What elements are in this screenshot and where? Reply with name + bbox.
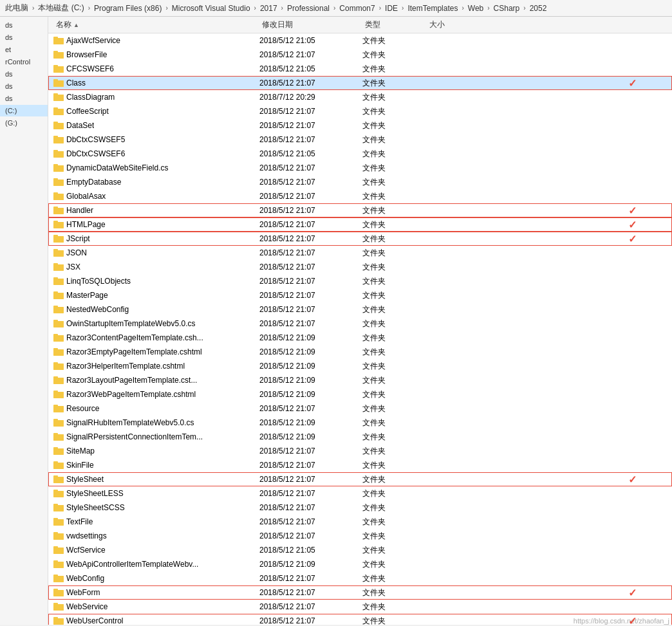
table-row[interactable]: WebUserControl2018/5/12 21:07文件夹✓ — [48, 614, 672, 625]
sidebar-item-4[interactable]: ds — [0, 68, 48, 80]
svg-rect-107 — [53, 533, 64, 540]
table-row[interactable]: Class2018/5/12 21:07文件夹✓ — [48, 76, 672, 90]
file-date-cell-29: 2018/5/12 21:07 — [259, 446, 362, 456]
address-segment-4[interactable]: 2017 — [260, 4, 277, 13]
table-row[interactable]: JSON2018/5/12 21:07文件夹 — [48, 246, 672, 260]
table-row[interactable]: SiteMap2018/5/12 21:07文件夹 — [48, 444, 672, 458]
table-row[interactable]: TextFile2018/5/12 21:07文件夹 — [48, 515, 672, 529]
address-segment-10[interactable]: CSharp — [494, 4, 520, 13]
folder-icon — [53, 531, 64, 540]
file-name-text: GlobalAsax — [66, 192, 106, 201]
file-name-cell-33: StyleSheetSCSS — [53, 503, 259, 512]
table-row[interactable]: CFCSWSEF62018/5/12 21:05文件夹 — [48, 62, 672, 76]
file-type-cell-13: 文件夹 — [362, 219, 427, 230]
sidebar-item-0[interactable]: ds — [0, 19, 48, 31]
sidebar-item-8[interactable]: (G:) — [0, 117, 48, 129]
sidebar-item-3[interactable]: rControl — [0, 56, 48, 68]
file-date-cell-27: 2018/5/12 21:09 — [259, 418, 362, 427]
sidebar-item-1[interactable]: ds — [0, 32, 48, 43]
table-row[interactable]: DataSet2018/5/12 21:07文件夹 — [48, 118, 672, 133]
table-row[interactable]: BrowserFile2018/5/12 21:07文件夹 — [48, 48, 672, 62]
address-segment-9[interactable]: Web — [468, 4, 483, 13]
sidebar-item-7[interactable]: (C:) — [0, 105, 48, 116]
file-type-cell-7: 文件夹 — [362, 134, 427, 145]
file-type-cell-8: 文件夹 — [362, 149, 427, 160]
file-type-cell-15: 文件夹 — [362, 248, 427, 259]
table-row[interactable]: vwdsettings2018/5/12 21:07文件夹 — [48, 529, 672, 543]
table-row[interactable]: AjaxWcfService2018/5/12 21:05文件夹 — [48, 33, 672, 48]
svg-rect-86 — [53, 434, 64, 441]
address-arrow-7: › — [402, 5, 404, 12]
table-row[interactable]: HTMLPage2018/5/12 21:07文件夹✓ — [48, 217, 672, 232]
sidebar-item-2[interactable]: et — [0, 44, 48, 55]
table-row[interactable]: NestedWebConfig2018/5/12 21:07文件夹 — [48, 302, 672, 317]
file-name-cell-36: WcfService — [53, 546, 259, 555]
table-row[interactable]: WebService2018/5/12 21:07文件夹 — [48, 600, 672, 614]
table-row[interactable]: StyleSheetSCSS2018/5/12 21:07文件夹 — [48, 501, 672, 515]
table-row[interactable]: SkinFile2018/5/12 21:07文件夹 — [48, 458, 672, 472]
file-name-text: JSX — [66, 262, 80, 272]
address-segment-8[interactable]: ItemTemplates — [407, 4, 458, 13]
table-row[interactable]: WcfService2018/5/12 21:05文件夹 — [48, 543, 672, 557]
table-row[interactable]: JScript2018/5/12 21:07文件夹✓ — [48, 232, 672, 246]
table-row[interactable]: GlobalAsax2018/5/12 21:07文件夹 — [48, 189, 672, 203]
table-row[interactable]: StyleSheet2018/5/12 21:07文件夹✓ — [48, 472, 672, 486]
table-row[interactable]: Razor3LayoutPageItemTemplate.cst...2018/… — [48, 373, 672, 387]
table-row[interactable]: DynamicDataWebSiteField.cs2018/5/12 21:0… — [48, 161, 672, 175]
table-row[interactable]: MasterPage2018/5/12 21:07文件夹 — [48, 288, 672, 302]
folder-icon — [53, 432, 64, 441]
file-name-text: SignalRHubItemTemplateWebv5.0.cs — [66, 418, 194, 427]
table-row[interactable]: EmptyDatabase2018/5/12 21:07文件夹 — [48, 175, 672, 189]
file-name-text: StyleSheetLESS — [66, 489, 124, 498]
address-segment-1[interactable]: 本地磁盘 (C:) — [38, 3, 84, 14]
address-arrow-0: › — [32, 5, 34, 12]
table-row[interactable]: DbCtxCSWSEF62018/5/12 21:05文件夹 — [48, 147, 672, 161]
address-segment-6[interactable]: Common7 — [339, 4, 375, 13]
table-row[interactable]: OwinStartupItemTemplateWebv5.0.cs2018/5/… — [48, 317, 672, 331]
table-row[interactable]: WebConfig2018/5/12 21:07文件夹 — [48, 571, 672, 585]
table-row[interactable]: LinqToSQLObjects2018/5/12 21:07文件夹 — [48, 274, 672, 288]
address-segment-2[interactable]: Program Files (x86) — [94, 4, 162, 13]
folder-icon — [53, 475, 64, 484]
table-row[interactable]: Razor3WebPageItemTemplate.cshtml2018/5/1… — [48, 387, 672, 401]
table-row[interactable]: DbCtxCSWSEF52018/5/12 21:07文件夹 — [48, 133, 672, 147]
sidebar-item-6[interactable]: ds — [0, 93, 48, 104]
address-bar[interactable]: 此电脑›本地磁盘 (C:)›Program Files (x86)›Micros… — [0, 0, 672, 17]
file-date-cell-26: 2018/5/12 21:07 — [259, 404, 362, 413]
address-segment-5[interactable]: Professional — [287, 4, 330, 13]
file-list[interactable]: AjaxWcfService2018/5/12 21:05文件夹 Browser… — [48, 33, 672, 625]
table-row[interactable]: WebForm2018/5/12 21:07文件夹✓ — [48, 585, 672, 600]
address-segment-11[interactable]: 2052 — [530, 4, 547, 13]
file-type-cell-9: 文件夹 — [362, 163, 427, 174]
table-row[interactable]: Razor3EmptyPageItemTemplate.cshtml2018/5… — [48, 345, 672, 359]
file-date-cell-22: 2018/5/12 21:09 — [259, 347, 362, 356]
col-date[interactable]: 修改日期 — [259, 17, 362, 33]
folder-icon — [53, 461, 64, 470]
table-row[interactable]: ClassDiagram2018/7/12 20:29文件夹 — [48, 90, 672, 104]
file-name-text: DbCtxCSWSEF6 — [66, 149, 125, 158]
file-type-cell-16: 文件夹 — [362, 262, 427, 273]
table-row[interactable]: SignalRHubItemTemplateWebv5.0.cs2018/5/1… — [48, 416, 672, 430]
table-row[interactable]: Razor3ContentPageItemTemplate.csh...2018… — [48, 331, 672, 345]
table-row[interactable]: SignalRPersistentConnectionItemTem...201… — [48, 430, 672, 444]
table-row[interactable]: StyleSheetLESS2018/5/12 21:07文件夹 — [48, 486, 672, 501]
col-name[interactable]: 名称 ▲ — [53, 17, 259, 33]
svg-rect-110 — [53, 548, 64, 554]
table-row[interactable]: Handler2018/5/12 21:07文件夹✓ — [48, 203, 672, 217]
table-row[interactable]: CoffeeScript2018/5/12 21:07文件夹 — [48, 104, 672, 118]
table-row[interactable]: JSX2018/5/12 21:07文件夹 — [48, 260, 672, 274]
col-size[interactable]: 大小 — [427, 17, 478, 33]
file-date-cell-24: 2018/5/12 21:09 — [259, 376, 362, 385]
address-segment-3[interactable]: Microsoft Visual Studio — [172, 4, 250, 13]
address-segment-0[interactable]: 此电脑 — [5, 3, 28, 14]
svg-rect-17 — [53, 109, 64, 115]
address-segment-7[interactable]: IDE — [385, 4, 398, 13]
table-row[interactable]: Razor3HelperItemTemplate.cshtml2018/5/12… — [48, 359, 672, 373]
table-row[interactable]: Resource2018/5/12 21:07文件夹 — [48, 401, 672, 416]
col-type[interactable]: 类型 — [362, 17, 427, 33]
sidebar-item-5[interactable]: ds — [0, 80, 48, 92]
table-row[interactable]: WebApiControllerItemTemplateWebv...2018/… — [48, 557, 672, 571]
file-type-cell-10: 文件夹 — [362, 177, 427, 188]
svg-rect-38 — [53, 208, 64, 214]
svg-rect-23 — [53, 137, 64, 143]
